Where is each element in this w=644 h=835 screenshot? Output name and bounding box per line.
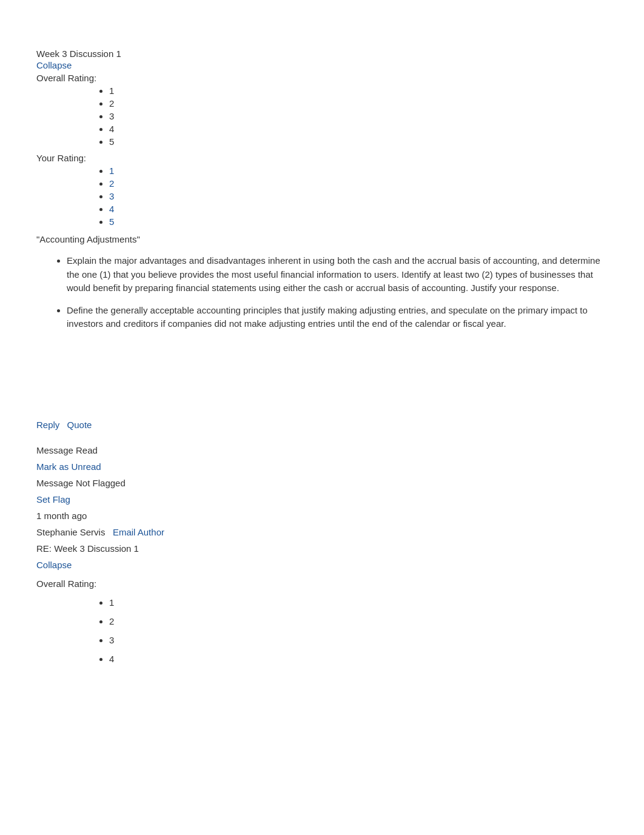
overall-rating-list-2: 1 2 3 4 [109, 594, 608, 667]
overall-rating-list: 1 2 3 4 5 [109, 86, 608, 147]
message-meta: Message Read Mark as Unread Message Not … [36, 442, 608, 667]
set-flag-link[interactable]: Set Flag [36, 494, 70, 505]
mark-as-unread-row: Mark as Unread [36, 458, 608, 475]
content-item-2: Define the generally acceptable accounti… [67, 304, 608, 331]
rating-item-5: 5 [109, 136, 608, 147]
message-not-flagged-row: Message Not Flagged [36, 475, 608, 491]
section1-title: Week 3 Discussion 1 [36, 49, 608, 59]
content-list: Explain the major advantages and disadva… [67, 254, 608, 331]
message-not-flagged-label: Message Not Flagged [36, 478, 126, 488]
author-name: Stephanie Servis [36, 527, 105, 537]
your-rating-link-2[interactable]: 2 [109, 178, 114, 189]
rating2-item-4: 4 [109, 651, 608, 667]
overall-rating-label-2: Overall Rating: [36, 575, 608, 592]
reply-section: Reply Quote [36, 420, 608, 430]
section1: Week 3 Discussion 1 Collapse Overall Rat… [36, 49, 608, 331]
your-rating-label: Your Rating: [36, 153, 608, 163]
message-read-status: Message Read [36, 442, 608, 458]
mark-as-unread-link[interactable]: Mark as Unread [36, 461, 101, 472]
rating-item-3: 3 [109, 111, 608, 121]
your-rating-link-4[interactable]: 4 [109, 204, 114, 214]
content-item-1: Explain the major advantages and disadva… [67, 254, 608, 295]
rating2-item-3: 3 [109, 632, 608, 648]
your-rating-item-3[interactable]: 3 [109, 191, 608, 201]
rating-item-4: 4 [109, 124, 608, 134]
discussion-title: "Accounting Adjustments" [36, 234, 608, 244]
collapse-link-2[interactable]: Collapse [36, 557, 608, 573]
rating2-item-2: 2 [109, 613, 608, 629]
quote-button[interactable]: Quote [67, 420, 92, 430]
your-rating-item-2[interactable]: 2 [109, 178, 608, 189]
reply-button[interactable]: Reply [36, 420, 59, 430]
your-rating-link-5[interactable]: 5 [109, 216, 114, 227]
message-read-label: Message Read [36, 445, 98, 455]
your-rating-link-1[interactable]: 1 [109, 166, 114, 176]
collapse-link-1[interactable]: Collapse [36, 60, 608, 70]
your-rating-item-4[interactable]: 4 [109, 204, 608, 214]
author-row: Stephanie Servis Email Author [36, 524, 608, 540]
your-rating-item-1[interactable]: 1 [109, 166, 608, 176]
spacer [36, 341, 608, 414]
rating2-item-1: 1 [109, 594, 608, 611]
re-title: RE: Week 3 Discussion 1 [36, 540, 608, 557]
rating-item-1: 1 [109, 86, 608, 96]
overall-rating-label: Overall Rating: [36, 73, 608, 83]
your-rating-list: 1 2 3 4 5 [109, 166, 608, 227]
your-rating-link-3[interactable]: 3 [109, 191, 114, 201]
your-rating-item-5[interactable]: 5 [109, 216, 608, 227]
set-flag-row: Set Flag [36, 491, 608, 508]
rating-item-2: 2 [109, 98, 608, 109]
email-author-link[interactable]: Email Author [113, 527, 164, 537]
time-ago: 1 month ago [36, 508, 608, 524]
